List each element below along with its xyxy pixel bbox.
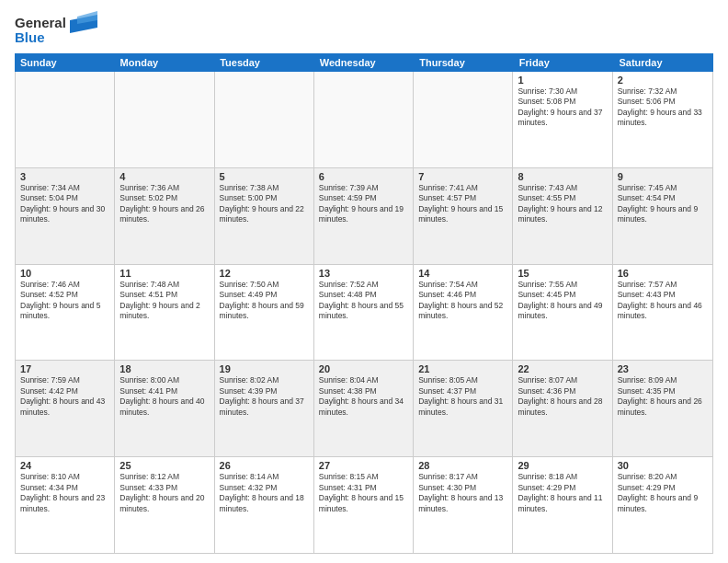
- day-info: Sunrise: 7:55 AM Sunset: 4:45 PM Dayligh…: [518, 280, 607, 322]
- calendar-cell: 6Sunrise: 7:39 AM Sunset: 4:59 PM Daylig…: [314, 168, 414, 264]
- header: General Blue: [15, 11, 713, 48]
- day-info: Sunrise: 7:57 AM Sunset: 4:43 PM Dayligh…: [618, 280, 708, 322]
- calendar-cell: 21Sunrise: 8:05 AM Sunset: 4:37 PM Dayli…: [414, 361, 513, 456]
- day-info: Sunrise: 8:00 AM Sunset: 4:41 PM Dayligh…: [119, 375, 209, 418]
- day-number: 1: [518, 75, 607, 86]
- day-number: 12: [220, 268, 309, 279]
- weekday-header: Tuesday: [214, 53, 314, 72]
- logo: General Blue: [15, 11, 97, 48]
- weekday-header: Sunday: [15, 53, 115, 72]
- day-info: Sunrise: 8:14 AM Sunset: 4:32 PM Dayligh…: [220, 472, 309, 514]
- day-info: Sunrise: 8:09 AM Sunset: 4:35 PM Dayligh…: [618, 375, 708, 418]
- calendar-cell: 29Sunrise: 8:18 AM Sunset: 4:29 PM Dayli…: [513, 457, 612, 553]
- day-number: 11: [119, 268, 209, 279]
- calendar-cell: 3Sunrise: 7:34 AM Sunset: 5:04 PM Daylig…: [16, 168, 115, 264]
- calendar: SundayMondayTuesdayWednesdayThursdayFrid…: [15, 53, 713, 554]
- calendar-cell: 2Sunrise: 7:32 AM Sunset: 5:06 PM Daylig…: [613, 72, 712, 167]
- day-number: 25: [119, 460, 209, 471]
- day-number: 13: [319, 268, 408, 279]
- day-info: Sunrise: 7:50 AM Sunset: 4:49 PM Dayligh…: [220, 280, 309, 322]
- calendar-cell: 9Sunrise: 7:45 AM Sunset: 4:54 PM Daylig…: [613, 168, 712, 264]
- day-info: Sunrise: 8:12 AM Sunset: 4:33 PM Dayligh…: [119, 472, 209, 514]
- calendar-cell: 15Sunrise: 7:55 AM Sunset: 4:45 PM Dayli…: [513, 265, 612, 361]
- day-info: Sunrise: 8:20 AM Sunset: 4:29 PM Dayligh…: [618, 472, 708, 514]
- calendar-row: 3Sunrise: 7:34 AM Sunset: 5:04 PM Daylig…: [16, 168, 712, 265]
- day-number: 27: [319, 460, 408, 471]
- day-info: Sunrise: 8:02 AM Sunset: 4:39 PM Dayligh…: [220, 375, 309, 418]
- calendar-cell: 22Sunrise: 8:07 AM Sunset: 4:36 PM Dayli…: [513, 361, 612, 456]
- calendar-cell: 24Sunrise: 8:10 AM Sunset: 4:34 PM Dayli…: [16, 457, 115, 553]
- logo-svg: General Blue: [15, 11, 97, 48]
- day-number: 20: [319, 363, 408, 374]
- calendar-cell: 27Sunrise: 8:15 AM Sunset: 4:31 PM Dayli…: [314, 457, 414, 553]
- weekday-header: Friday: [514, 53, 614, 72]
- page: General Blue SundayMondayTuesdayWednesda…: [0, 0, 728, 563]
- calendar-cell: 7Sunrise: 7:41 AM Sunset: 4:57 PM Daylig…: [414, 168, 513, 264]
- calendar-cell: 28Sunrise: 8:17 AM Sunset: 4:30 PM Dayli…: [414, 457, 513, 553]
- calendar-cell: 16Sunrise: 7:57 AM Sunset: 4:43 PM Dayli…: [613, 265, 712, 361]
- day-info: Sunrise: 8:04 AM Sunset: 4:38 PM Dayligh…: [319, 375, 408, 418]
- calendar-header: SundayMondayTuesdayWednesdayThursdayFrid…: [15, 53, 713, 72]
- day-number: 8: [518, 171, 607, 182]
- day-number: 28: [418, 460, 507, 471]
- day-info: Sunrise: 7:59 AM Sunset: 4:42 PM Dayligh…: [20, 375, 109, 418]
- calendar-cell: 30Sunrise: 8:20 AM Sunset: 4:29 PM Dayli…: [613, 457, 712, 553]
- day-info: Sunrise: 8:15 AM Sunset: 4:31 PM Dayligh…: [319, 472, 408, 514]
- day-number: 24: [20, 460, 109, 471]
- calendar-cell: 8Sunrise: 7:43 AM Sunset: 4:55 PM Daylig…: [513, 168, 612, 264]
- day-number: 3: [20, 171, 109, 182]
- day-number: 17: [20, 363, 109, 374]
- day-info: Sunrise: 7:39 AM Sunset: 4:59 PM Dayligh…: [319, 183, 408, 225]
- day-info: Sunrise: 7:32 AM Sunset: 5:06 PM Dayligh…: [618, 86, 708, 129]
- calendar-cell: 11Sunrise: 7:48 AM Sunset: 4:51 PM Dayli…: [115, 265, 214, 361]
- day-info: Sunrise: 7:52 AM Sunset: 4:48 PM Dayligh…: [319, 280, 408, 322]
- day-info: Sunrise: 8:17 AM Sunset: 4:30 PM Dayligh…: [418, 472, 507, 514]
- calendar-cell: 12Sunrise: 7:50 AM Sunset: 4:49 PM Dayli…: [215, 265, 314, 361]
- weekday-header: Thursday: [414, 53, 514, 72]
- day-number: 5: [220, 171, 309, 182]
- calendar-cell: [16, 72, 115, 167]
- calendar-row: 1Sunrise: 7:30 AM Sunset: 5:08 PM Daylig…: [16, 72, 712, 168]
- day-info: Sunrise: 8:10 AM Sunset: 4:34 PM Dayligh…: [20, 472, 109, 514]
- weekday-header: Monday: [115, 53, 215, 72]
- weekday-header: Saturday: [613, 53, 713, 72]
- day-number: 18: [119, 363, 209, 374]
- svg-text:Blue: Blue: [15, 29, 45, 45]
- day-number: 15: [518, 268, 607, 279]
- calendar-cell: 5Sunrise: 7:38 AM Sunset: 5:00 PM Daylig…: [215, 168, 314, 264]
- calendar-cell: 26Sunrise: 8:14 AM Sunset: 4:32 PM Dayli…: [215, 457, 314, 553]
- day-number: 6: [319, 171, 408, 182]
- day-number: 21: [418, 363, 507, 374]
- calendar-cell: 14Sunrise: 7:54 AM Sunset: 4:46 PM Dayli…: [414, 265, 513, 361]
- day-number: 16: [618, 268, 708, 279]
- day-number: 14: [418, 268, 507, 279]
- day-number: 22: [518, 363, 607, 374]
- calendar-grid: 1Sunrise: 7:30 AM Sunset: 5:08 PM Daylig…: [15, 72, 713, 554]
- day-number: 23: [618, 363, 708, 374]
- day-number: 19: [220, 363, 309, 374]
- day-number: 29: [518, 460, 607, 471]
- calendar-cell: [215, 72, 314, 167]
- day-info: Sunrise: 7:54 AM Sunset: 4:46 PM Dayligh…: [418, 280, 507, 322]
- day-number: 7: [418, 171, 507, 182]
- day-info: Sunrise: 8:05 AM Sunset: 4:37 PM Dayligh…: [418, 375, 507, 418]
- calendar-row: 10Sunrise: 7:46 AM Sunset: 4:52 PM Dayli…: [16, 265, 712, 362]
- day-info: Sunrise: 7:45 AM Sunset: 4:54 PM Dayligh…: [618, 183, 708, 225]
- day-info: Sunrise: 7:30 AM Sunset: 5:08 PM Dayligh…: [518, 86, 607, 129]
- calendar-cell: 17Sunrise: 7:59 AM Sunset: 4:42 PM Dayli…: [16, 361, 115, 456]
- calendar-cell: 25Sunrise: 8:12 AM Sunset: 4:33 PM Dayli…: [115, 457, 214, 553]
- day-info: Sunrise: 7:41 AM Sunset: 4:57 PM Dayligh…: [418, 183, 507, 225]
- calendar-cell: [115, 72, 214, 167]
- day-info: Sunrise: 8:07 AM Sunset: 4:36 PM Dayligh…: [518, 375, 607, 418]
- day-info: Sunrise: 7:36 AM Sunset: 5:02 PM Dayligh…: [119, 183, 209, 225]
- calendar-cell: 10Sunrise: 7:46 AM Sunset: 4:52 PM Dayli…: [16, 265, 115, 361]
- day-info: Sunrise: 7:48 AM Sunset: 4:51 PM Dayligh…: [119, 280, 209, 322]
- calendar-cell: 19Sunrise: 8:02 AM Sunset: 4:39 PM Dayli…: [215, 361, 314, 456]
- day-number: 9: [618, 171, 708, 182]
- day-number: 2: [618, 75, 708, 86]
- day-info: Sunrise: 7:34 AM Sunset: 5:04 PM Dayligh…: [20, 183, 109, 225]
- weekday-header: Wednesday: [314, 53, 415, 72]
- calendar-cell: [414, 72, 513, 167]
- calendar-cell: 18Sunrise: 8:00 AM Sunset: 4:41 PM Dayli…: [115, 361, 214, 456]
- calendar-cell: 4Sunrise: 7:36 AM Sunset: 5:02 PM Daylig…: [115, 168, 214, 264]
